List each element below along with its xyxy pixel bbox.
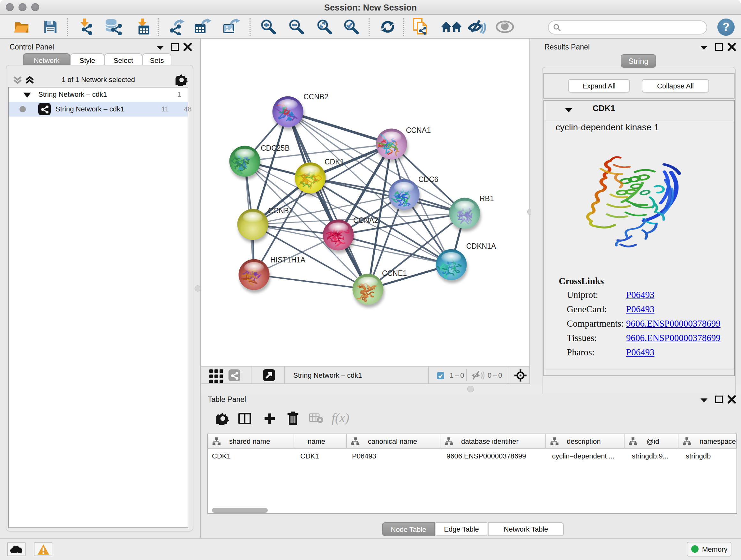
svg-text:HIST1H1A: HIST1H1A: [270, 256, 306, 264]
svg-text:CDC25B: CDC25B: [261, 144, 290, 152]
svg-text:RB1: RB1: [480, 194, 494, 203]
svg-text:CCNB1: CCNB1: [268, 206, 293, 215]
svg-text:CCNB2: CCNB2: [304, 92, 328, 101]
svg-text:CDC6: CDC6: [418, 175, 439, 184]
svg-text:CDKN1A: CDKN1A: [466, 242, 496, 250]
svg-text:CDK1: CDK1: [325, 158, 344, 166]
svg-text:CCNE1: CCNE1: [382, 269, 407, 277]
svg-text:CCNA1: CCNA1: [406, 126, 431, 134]
svg-text:CCNA2: CCNA2: [353, 216, 378, 225]
